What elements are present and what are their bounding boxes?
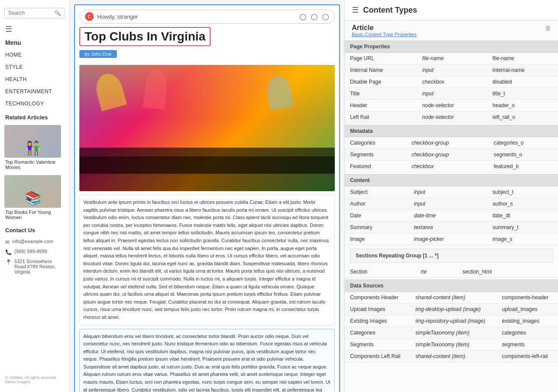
prop-field: components-left-rail: [497, 351, 558, 362]
prop-type: file-name: [417, 53, 487, 64]
sidebar-item-home[interactable]: HOME: [0, 49, 69, 61]
content-table: Subject input subject_t Author input aut…: [345, 186, 558, 245]
prop-type: input: [417, 88, 487, 100]
prop-type: image-picker: [409, 233, 487, 245]
sidebar-item-style[interactable]: STYLE: [0, 61, 69, 73]
related-article-0[interactable]: 👫 Top Romantic Valentine Movies: [0, 122, 69, 172]
table-row: Summary textarea summary_t: [345, 222, 558, 233]
prop-type: checkbox: [417, 76, 487, 88]
content-header: Content: [345, 174, 558, 186]
right-panel-hamburger[interactable]: ☰: [352, 5, 359, 15]
main-content: C Howdy, stranger ◯ ◯ ◯ Top Clubs In Vir…: [70, 0, 344, 392]
article-body-1: Vestibulum ante ipsum primis in faucibus…: [79, 195, 335, 325]
related-articles-title: Related Articles: [0, 110, 69, 122]
delete-button[interactable]: 🗑: [545, 24, 551, 31]
contact-email-text: info@example.com: [12, 239, 53, 244]
related-article-img-0: 👫: [4, 125, 61, 158]
prop-type: checkbox-group: [406, 137, 488, 149]
prop-name: Categories: [345, 327, 410, 339]
contact-title: Contact Us: [0, 223, 69, 235]
table-row: Disable Page checkbox disabled: [345, 76, 558, 88]
search-bar[interactable]: 🔍: [4, 8, 65, 18]
prop-field: header_o: [487, 100, 558, 112]
right-panel: ☰ Content Types Article 🗑 Basic Content …: [344, 0, 558, 392]
sections-table: Section rte section_html: [345, 266, 558, 278]
basic-properties-link[interactable]: Basic Content Type Properties: [345, 32, 558, 41]
sidebar-item-entertainment[interactable]: ENTERTAINMENT: [0, 85, 69, 98]
prop-field: left_rail_o: [487, 112, 558, 123]
prop-name: Summary: [345, 222, 409, 233]
related-article-1[interactable]: 📚 Top Books For Young Women: [0, 172, 69, 223]
social-icons[interactable]: ◯ ◯ ◯: [299, 13, 329, 20]
github-icon[interactable]: ◯: [322, 13, 329, 20]
prop-field: disabled: [487, 76, 558, 88]
prop-name: Date: [345, 210, 409, 222]
article-section-title: Article: [352, 24, 374, 32]
right-panel-title: Content Types: [363, 6, 417, 15]
prop-field: summary_t: [487, 222, 558, 233]
prop-field: author_s: [487, 198, 558, 210]
prop-field: file-name: [487, 53, 558, 64]
search-icon: 🔍: [54, 10, 61, 16]
prop-type: shared-content (item): [410, 351, 497, 362]
facebook-icon[interactable]: ◯: [299, 13, 306, 20]
prop-name: Upload Images: [345, 304, 410, 315]
article-title: Top Clubs In Virginia: [85, 30, 205, 44]
prop-name: Author: [345, 198, 409, 210]
prop-name: Disable Page: [345, 76, 417, 88]
prop-name: Image: [345, 233, 409, 245]
prop-type: checkbox: [406, 161, 488, 172]
howdy-text: C Howdy, stranger: [85, 12, 138, 21]
prop-type: rte: [415, 266, 457, 278]
table-row: Page URL file-name file-name: [345, 53, 558, 64]
right-panel-header: ☰ Content Types: [345, 0, 558, 20]
table-row: Internal Name input internal-name: [345, 64, 558, 76]
contact-phone: 📞 (999) 999-9999: [5, 249, 64, 255]
howdy-icon: C: [85, 12, 94, 21]
sidebar: 🔍 ☰ Menu HOME STYLE HEALTH ENTERTAINMENT…: [0, 0, 70, 392]
prop-name: Components Header: [345, 292, 410, 304]
prop-field: existing_images: [497, 315, 558, 327]
prop-name: Existing Images: [345, 315, 410, 327]
sidebar-footer: © Untitled. All rights reserved. Demo Im…: [0, 372, 69, 388]
email-icon: ✉: [5, 239, 10, 245]
search-input[interactable]: [8, 10, 54, 16]
table-row: Left Rail node-selector left_rail_o: [345, 112, 558, 123]
prop-name: Section: [345, 266, 415, 278]
data-sources-table: Components Header shared-content (item) …: [345, 292, 558, 362]
prop-field: upload_images: [497, 304, 558, 315]
sidebar-hamburger[interactable]: ☰: [0, 22, 69, 37]
table-row: Header node-selector header_o: [345, 100, 558, 112]
related-article-img-1: 📚: [4, 175, 61, 208]
sidebar-item-technology[interactable]: TECHNOLOGY: [0, 98, 69, 110]
sidebar-menu-title: Menu: [0, 37, 69, 49]
phone-icon: 📞: [5, 249, 12, 255]
prop-type: simpleTaxonomy (item): [410, 339, 497, 351]
prop-type: checkbox-group: [406, 149, 488, 161]
prop-field: subject_t: [487, 186, 558, 198]
page-properties-table: Page URL file-name file-name Internal Na…: [345, 53, 558, 123]
prop-field: date_dt: [487, 210, 558, 222]
prop-type: textarea: [409, 222, 487, 233]
location-icon: 📍: [5, 259, 12, 265]
prop-field: components-header: [497, 292, 558, 304]
repeating-group-header: Sections Repeating Group [1 ... *]: [350, 249, 553, 263]
prop-type: date-time: [409, 210, 487, 222]
twitter-icon[interactable]: ◯: [311, 13, 318, 20]
prop-name: Categories: [345, 137, 406, 149]
prop-field: segments_o: [488, 149, 558, 161]
table-row: Components Header shared-content (item) …: [345, 292, 558, 304]
sidebar-item-health[interactable]: HEALTH: [0, 73, 69, 85]
table-row: Image image-picker image_s: [345, 233, 558, 245]
prop-type: input: [409, 186, 487, 198]
contact-section: ✉ info@example.com 📞 (999) 999-9999 📍 53…: [0, 235, 69, 281]
prop-type: simpleTaxonomy (item): [410, 327, 497, 339]
prop-type: img-repository-upload (image): [410, 315, 497, 327]
prop-type: node-selector: [417, 100, 487, 112]
article-preview: C Howdy, stranger ◯ ◯ ◯ Top Clubs In Vir…: [74, 4, 340, 392]
contact-address-text: 5321 Somewhere Road #789 Reston, Virgini…: [14, 259, 64, 274]
related-article-label-1: Top Books For Young Women: [4, 210, 65, 220]
prop-field: internal-name: [487, 64, 558, 76]
article-title-box: Top Clubs In Virginia: [79, 27, 211, 46]
table-row: Featured checkbox featured_b: [345, 161, 558, 172]
